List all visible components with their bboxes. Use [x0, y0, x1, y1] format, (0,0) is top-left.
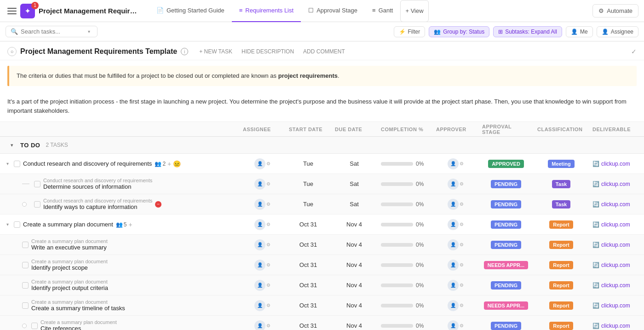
task-name: Identify ways to capture information — [43, 203, 152, 210]
info-icon[interactable]: i — [181, 48, 188, 55]
task-name-cell: Create a summary plan document Identify … — [18, 259, 239, 271]
col-header-classification: CLASSIFICATION — [534, 122, 589, 136]
progress-bar — [381, 243, 413, 247]
classification-badge: Report — [549, 322, 573, 330]
col-header-due-date: DUE DATE — [331, 122, 377, 136]
task-name-cell: Conduct research and discovery of requir… — [18, 198, 239, 210]
tab-add-view[interactable]: + View — [400, 0, 428, 22]
approver-cell: 👤⚙ — [432, 280, 478, 291]
filter-button[interactable]: ⚡ Filter — [394, 26, 426, 37]
col-header-approver: APPROVER — [432, 122, 478, 136]
deliverable-cell: 🔄clickup.com — [589, 242, 644, 248]
task-meta-icons: 👥 2 + 😐 — [155, 160, 181, 168]
approver-gear-icon: ⚙ — [460, 242, 464, 247]
table-row: Create a summary plan document Identify … — [0, 255, 644, 275]
progress-bar — [381, 304, 413, 307]
pct-text: 0% — [416, 242, 424, 248]
automate-button[interactable]: ⚙ Automate — [592, 4, 638, 17]
collapse-button[interactable]: ○ — [7, 47, 17, 56]
task-name-cell: ▾ Create a summary plan document 👥 5 + — [0, 221, 239, 228]
add-assignee-button[interactable]: + — [167, 160, 171, 168]
hamburger-menu[interactable] — [6, 5, 18, 17]
approval-stage-cell: PENDING — [478, 241, 534, 249]
search-dropdown-arrow[interactable]: ▾ — [88, 29, 90, 34]
avatar: 👤 — [254, 260, 265, 271]
add-comment-button[interactable]: ADD COMMENT — [301, 47, 347, 56]
approver-gear-icon: ⚙ — [460, 202, 464, 207]
approval-badge: PENDING — [491, 180, 521, 188]
avatar: 👤 — [254, 158, 265, 169]
approval-badge: PENDING — [491, 281, 521, 289]
sync-icon: 🔄 — [592, 302, 599, 309]
progress-bar — [381, 223, 413, 226]
group-by-button[interactable]: 👥 Group by: Status — [429, 26, 489, 37]
task-parent-label: Create a summary plan document — [31, 259, 108, 264]
sync-icon: 🔄 — [592, 221, 599, 228]
approver-avatar: 👤 — [448, 199, 459, 210]
approver-cell: 👤⚙ — [432, 260, 478, 271]
deliverable-cell: 🔄clickup.com — [589, 302, 644, 309]
tab-approval-stage[interactable]: ☐ Approval Stage — [301, 0, 365, 22]
group-collapse-todo[interactable]: ▾ — [7, 140, 17, 150]
avatar: 👤 — [254, 280, 265, 291]
tab-gantt[interactable]: ≡ Gantt — [365, 0, 400, 22]
task-meta-icons: 👥 5 + — [116, 221, 132, 228]
search-input[interactable] — [21, 28, 85, 35]
new-task-button[interactable]: + NEW TASK — [197, 47, 234, 56]
task-checkbox[interactable] — [31, 323, 38, 329]
me-icon: 👤 — [571, 29, 578, 35]
classification-badge: Report — [549, 241, 573, 249]
pct-text: 0% — [416, 181, 424, 187]
top-nav: ✦ 1 Project Management Requirements Te..… — [0, 0, 644, 22]
progress-bar — [381, 203, 413, 206]
table-row: Conduct research and discovery of requir… — [0, 194, 644, 214]
approver-avatar: 👤 — [448, 260, 459, 271]
progress-bar — [381, 182, 413, 186]
task-checkbox[interactable] — [34, 181, 40, 187]
task-checkbox[interactable] — [14, 221, 20, 228]
filter-icon: ⚡ — [399, 29, 406, 35]
task-checkbox[interactable] — [14, 161, 20, 167]
approval-badge: NEEDS APPR... — [484, 261, 528, 269]
task-name-cell: ▾ Conduct research and discovery of requ… — [0, 160, 239, 168]
task-checkbox[interactable] — [22, 282, 29, 289]
approval-stage-cell: PENDING — [478, 220, 534, 229]
approver-cell: 👤 ⚙ — [432, 199, 478, 210]
search-box[interactable]: 🔍 ▾ — [6, 26, 98, 37]
classification-cell: Report — [534, 241, 589, 249]
deliverable-cell: 🔄clickup.com — [589, 262, 644, 268]
gear-icon: ⚙ — [266, 181, 270, 186]
gear-icon: ⚙ — [266, 262, 270, 267]
task-expand-button[interactable]: ▾ — [4, 221, 11, 228]
task-checkbox[interactable] — [34, 201, 40, 208]
minus-icon: − — [155, 201, 161, 208]
task-checkbox[interactable] — [22, 302, 29, 309]
tab-requirements-list[interactable]: ≡ Requirements List — [232, 0, 301, 22]
start-date-cell: Tue — [285, 160, 331, 167]
task-name-cell: Create a summary plan document Cite refe… — [18, 319, 239, 330]
sync-icon: 🔄 — [592, 323, 599, 329]
assignee-count: 👥 5 — [116, 221, 127, 228]
task-name: Determine sources of information — [43, 183, 152, 190]
assignee-button[interactable]: 👤 Assignee — [597, 26, 638, 37]
task-checkbox[interactable] — [22, 242, 29, 248]
sync-icon: 🔄 — [592, 242, 599, 248]
subtasks-icon: ⊞ — [498, 29, 503, 35]
classification-badge: Task — [552, 180, 570, 188]
task-expand-button[interactable]: ▾ — [4, 160, 11, 168]
tab-getting-started[interactable]: 📄 Getting Started Guide — [149, 0, 232, 22]
task-name-content: Create a summary plan document Identify … — [31, 279, 108, 291]
approval-stage-cell: PENDING — [478, 200, 534, 208]
group-header-todo: ▾ TO DO 2 TASKS — [0, 137, 644, 154]
emoji-status: 😐 — [173, 160, 181, 168]
classification-badge: Report — [549, 281, 573, 289]
approval-badge: PENDING — [491, 241, 521, 249]
task-checkbox[interactable] — [22, 262, 29, 268]
gear-icon: ⚙ — [266, 202, 270, 207]
approval-badge: NEEDS APPR... — [484, 301, 528, 310]
subtasks-button[interactable]: ⊞ Subtasks: Expand All — [493, 26, 562, 37]
add-assignee-button[interactable]: + — [129, 221, 132, 228]
task-name: Write an executive summary — [31, 244, 108, 251]
me-button[interactable]: 👤 Me — [566, 26, 593, 37]
hide-description-button[interactable]: HIDE DESCRIPTION — [240, 47, 296, 56]
